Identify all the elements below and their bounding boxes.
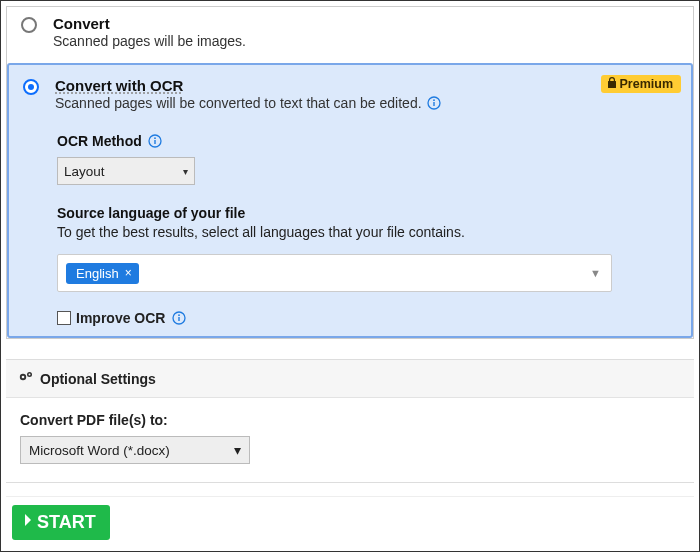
optional-settings-header[interactable]: Optional Settings — [6, 360, 694, 398]
option-convert[interactable]: Convert Scanned pages will be images. — [7, 7, 693, 63]
improve-ocr-checkbox[interactable] — [57, 311, 71, 325]
improve-ocr-label: Improve OCR — [76, 310, 165, 326]
info-icon[interactable] — [427, 96, 441, 110]
svg-point-7 — [179, 314, 181, 316]
svg-rect-5 — [154, 140, 155, 144]
convert-format-select[interactable]: Microsoft Word (*.docx) ▾ — [20, 436, 250, 464]
option-ocr-desc: Scanned pages will be converted to text … — [55, 95, 441, 111]
option-convert-desc: Scanned pages will be images. — [53, 33, 246, 49]
option-convert-ocr[interactable]: Premium Convert with OCR Scanned pages w… — [7, 63, 693, 338]
ocr-method-select[interactable]: Layout ▾ — [57, 157, 195, 185]
ocr-method-heading: OCR Method — [57, 133, 142, 149]
svg-point-12 — [29, 374, 31, 376]
svg-point-4 — [154, 137, 156, 139]
convert-format-label: Convert PDF file(s) to: — [20, 412, 680, 428]
info-icon[interactable] — [172, 311, 186, 325]
option-ocr-title: Convert with OCR — [55, 77, 183, 94]
chevron-down-icon: ▾ — [234, 442, 241, 458]
radio-convert[interactable] — [21, 17, 37, 33]
lock-icon — [607, 77, 617, 91]
premium-badge: Premium — [601, 75, 682, 93]
svg-rect-2 — [434, 102, 435, 106]
svg-point-1 — [434, 99, 436, 101]
source-lang-desc: To get the best results, select all lang… — [57, 224, 691, 240]
svg-rect-8 — [179, 317, 180, 321]
chip-remove-icon[interactable]: × — [125, 266, 132, 280]
radio-convert-ocr[interactable] — [23, 79, 39, 95]
lang-chip-english[interactable]: English × — [66, 263, 139, 284]
option-convert-title: Convert — [53, 15, 246, 32]
start-button[interactable]: START — [12, 505, 110, 540]
source-lang-input[interactable]: English × ▼ — [57, 254, 612, 292]
chevron-right-icon — [22, 512, 34, 533]
svg-point-10 — [22, 376, 25, 379]
gears-icon — [18, 370, 34, 387]
info-icon[interactable] — [148, 134, 162, 148]
chevron-down-icon: ▾ — [183, 166, 188, 177]
chevron-down-icon[interactable]: ▼ — [590, 267, 601, 279]
source-lang-heading: Source language of your file — [57, 205, 691, 221]
